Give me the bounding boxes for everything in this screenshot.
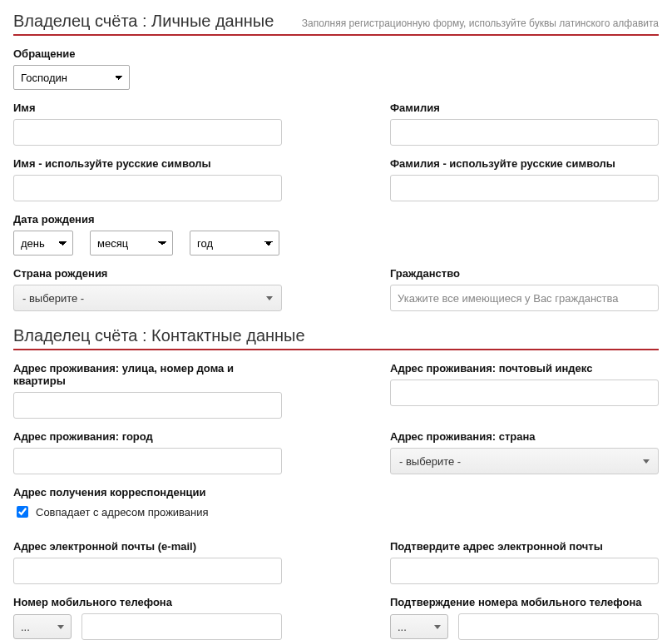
mobile-confirm-code-value: ... (398, 621, 407, 633)
email-label: Адрес электронной почты (e-mail) (13, 540, 282, 553)
addr-country-label: Адрес проживания: страна (390, 430, 659, 443)
chevron-down-icon (57, 625, 64, 629)
email-confirm-input[interactable] (390, 558, 659, 584)
email-confirm-label: Подтвердите адрес электронной почты (390, 540, 659, 553)
section-personal-header: Владелец счёта : Личные данные Заполняя … (13, 12, 659, 36)
last-name-ru-label: Фамилия - используйте русские символы (390, 157, 659, 170)
dob-day-select[interactable]: день (13, 231, 73, 256)
mail-addr-same-checkbox[interactable] (17, 506, 28, 518)
addr-street-input[interactable] (13, 392, 282, 419)
chevron-down-icon (266, 296, 273, 300)
mobile-number-input[interactable] (82, 613, 282, 640)
chevron-down-icon (434, 625, 441, 629)
salutation-select[interactable]: Господин (13, 65, 130, 90)
mobile-label: Номер мобильного телефона (13, 596, 282, 608)
first-name-input[interactable] (13, 119, 282, 146)
first-name-ru-input[interactable] (13, 175, 282, 201)
mobile-code-value: ... (21, 621, 30, 633)
citizenship-label: Гражданство (390, 267, 659, 280)
birth-country-label: Страна рождения (13, 267, 282, 280)
mobile-confirm-label: Подтверждение номера мобильного телефона (390, 596, 659, 608)
mobile-confirm-code-select[interactable]: ... (390, 614, 448, 639)
first-name-label: Имя (13, 102, 282, 114)
dob-label: Дата рождения (13, 213, 282, 226)
addr-zip-label: Адрес проживания: почтовый индекс (390, 362, 659, 375)
citizenship-input[interactable] (390, 285, 659, 311)
addr-city-input[interactable] (13, 448, 282, 474)
last-name-ru-input[interactable] (390, 175, 659, 201)
section-contact-title: Владелец счёта : Контактные данные (13, 326, 305, 345)
dob-year-select[interactable]: год (190, 231, 279, 256)
mobile-confirm-number-input[interactable] (458, 613, 659, 640)
salutation-label: Обращение (13, 47, 282, 60)
birth-country-value: - выберите - (22, 292, 84, 305)
section-contact-header: Владелец счёта : Контактные данные (13, 326, 659, 350)
addr-country-select[interactable]: - выберите - (390, 448, 659, 474)
addr-street-label: Адрес проживания: улица, номер дома и кв… (13, 362, 282, 387)
addr-country-value: - выберите - (399, 455, 461, 468)
email-input[interactable] (13, 558, 282, 584)
addr-city-label: Адрес проживания: город (13, 430, 282, 443)
section-personal-hint: Заполняя регистрационную форму, использу… (302, 17, 659, 29)
section-personal-title: Владелец счёта : Личные данные (13, 12, 274, 31)
last-name-input[interactable] (390, 119, 659, 146)
birth-country-select[interactable]: - выберите - (13, 285, 282, 311)
last-name-label: Фамилия (390, 102, 659, 114)
mobile-code-select[interactable]: ... (13, 614, 72, 639)
chevron-down-icon (643, 459, 650, 464)
addr-zip-input[interactable] (390, 380, 659, 406)
mail-addr-same-label: Совпадает с адресом проживания (36, 506, 209, 518)
first-name-ru-label: Имя - используйте русские символы (13, 157, 282, 170)
dob-month-select[interactable]: месяц (90, 231, 173, 256)
mail-addr-label: Адрес получения корреспонденции (13, 486, 659, 499)
